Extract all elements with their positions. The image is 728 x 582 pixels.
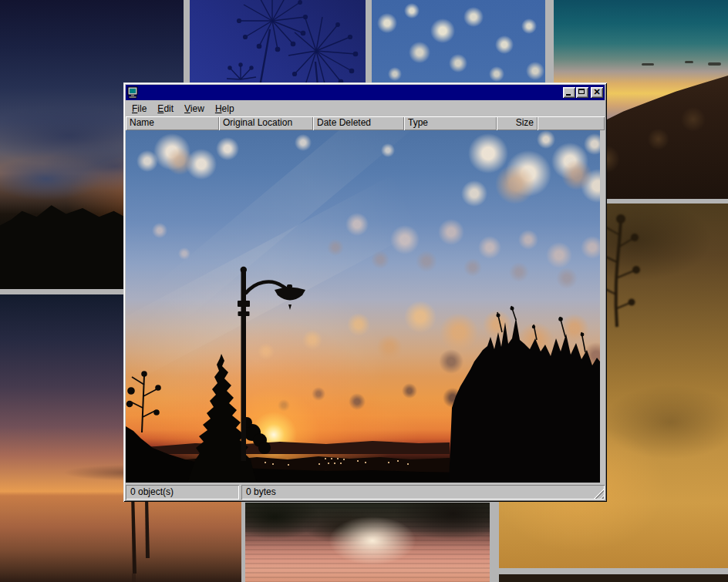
close-icon: ✕ [591,87,603,97]
status-size: 0 bytes [241,485,605,500]
menu-edit[interactable]: Edit [152,102,179,116]
wallpaper-water-reflections-photo [245,503,490,582]
maximize-icon [578,89,585,94]
titlebar[interactable]: ✕ [126,85,605,100]
column-header-filler[interactable] [538,116,605,130]
menu-bar: File Edit View Help [126,101,605,116]
menu-help[interactable]: Help [210,102,240,116]
wallpaper-bottom-strip-photo [499,574,728,582]
column-header-date-deleted[interactable]: Date Deleted [313,116,404,130]
file-list-area[interactable] [126,130,600,483]
recycle-bin-window: ✕ File Edit View Help Name Original Loca… [123,82,607,502]
foreground-silhouettes [126,130,600,483]
column-header-type[interactable]: Type [404,116,497,130]
status-bar: 0 object(s) 0 bytes [126,483,605,500]
desktop: ✕ File Edit View Help Name Original Loca… [0,0,728,582]
maximize-button[interactable] [576,87,588,98]
distant-island [685,61,693,63]
distant-island [708,62,721,66]
computer-icon[interactable] [127,86,140,99]
column-headers: Name Original Location Date Deleted Type… [126,116,605,130]
distant-island [642,63,654,66]
minimize-button[interactable] [563,87,575,98]
column-header-original-location[interactable]: Original Location [219,116,313,130]
status-object-count: 0 object(s) [126,485,239,500]
column-header-size[interactable]: Size [497,116,538,130]
minimize-icon [566,94,571,96]
close-button[interactable]: ✕ [591,87,603,98]
menu-view[interactable]: View [179,102,210,116]
menu-file[interactable]: File [126,102,152,116]
column-header-name[interactable]: Name [126,116,219,130]
